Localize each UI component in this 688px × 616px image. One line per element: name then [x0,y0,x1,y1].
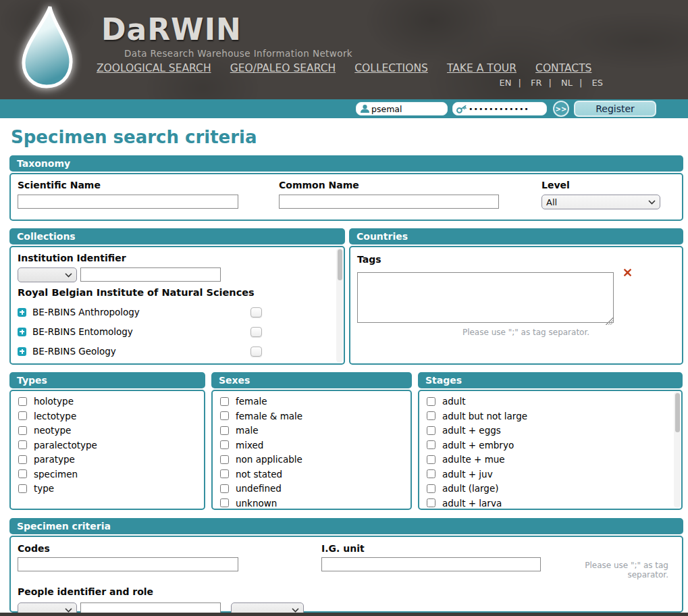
countries-section-header: Countries [349,228,683,245]
common-name-input[interactable] [279,195,499,209]
ig-unit-input[interactable] [321,557,541,571]
list-item: paralectotype [17,440,198,451]
language-separator: | [518,78,521,88]
expand-plus-icon[interactable] [18,347,26,356]
type-checkbox[interactable] [18,397,27,406]
tags-hint: Please use ";" as tag separator. [357,328,614,337]
list-item: adult + larva [425,498,675,509]
type-checkbox[interactable] [18,484,27,493]
collection-checkbox[interactable] [250,327,262,337]
stage-checkbox[interactable] [427,440,435,449]
list-item: adult + eggs [425,425,675,436]
stages-section-header: Stages [418,372,683,388]
username-input[interactable] [371,104,442,114]
collections-section: Collections Institution Identifier Royal… [9,228,345,365]
collection-checkbox[interactable] [250,307,262,317]
type-checkbox[interactable] [18,426,27,435]
institution-code-select[interactable] [18,267,77,282]
codes-input[interactable] [18,557,238,571]
language-option[interactable]: FR| [531,78,558,88]
type-checkbox[interactable] [18,411,27,420]
collections-section-body: Institution Identifier Royal Belgian Ins… [9,246,345,365]
countries-section-body: Tags Please use ";" as tag separator. [349,246,683,365]
register-button[interactable]: Register [574,101,656,117]
stage-checkbox[interactable] [427,484,435,493]
types-section: Types holotype lectotype neot [9,372,205,510]
nav-link[interactable]: CONTACTS [535,62,591,74]
taxonomy-section: Taxonomy Scientific Name Common Name Lev… [9,155,683,221]
list-item: female [219,396,404,407]
sex-checkbox[interactable] [220,484,229,493]
list-item: non applicable [219,454,404,465]
collection-row: BE-RBINS Anthropology [18,307,337,317]
language-option[interactable]: NL| [561,78,589,88]
password-input[interactable] [469,105,539,113]
login-submit-button[interactable]: >> [553,101,569,117]
stages-scrollbar[interactable] [674,392,681,508]
specimen-criteria-body: Codes I.G. unit Please use ";" as tag se… [9,536,683,613]
page-header: DaRWIN Data Research Warehouse Informati… [0,0,688,99]
expand-plus-icon[interactable] [18,308,26,317]
institution-identifier-input[interactable] [80,267,221,282]
list-item: adult [425,396,675,407]
country-tags-textarea[interactable] [357,272,614,323]
page-title: Specimen search criteria [11,127,683,147]
level-select[interactable]: All [541,195,660,209]
key-icon [456,105,467,113]
sex-checkbox[interactable] [220,440,229,449]
language-separator: | [579,78,582,88]
collections-scrollbar[interactable] [336,248,343,363]
collection-checkbox[interactable] [250,346,262,357]
water-drop-icon [15,3,80,92]
nav-link[interactable]: COLLECTIONS [354,62,428,74]
sex-checkbox[interactable] [220,411,229,420]
people-identifier-label: People identifier and role [18,586,153,597]
chevron-down-icon [65,273,72,278]
stage-checkbox[interactable] [427,397,435,406]
type-checkbox[interactable] [18,440,27,449]
list-item: adult but not large [425,411,675,421]
collection-label: BE-RBINS Geology [32,346,116,357]
scientific-name-input[interactable] [18,195,238,209]
app-title: DaRWIN [101,12,352,47]
language-option[interactable]: ES| [592,78,603,88]
darwin-drop-logo[interactable] [15,3,80,92]
expand-plus-icon[interactable] [18,328,26,336]
nav-link[interactable]: GEO/PALEO SEARCH [230,62,336,74]
tags-label: Tags [357,254,381,265]
sexes-section-body: female female & male male mixed [211,390,412,510]
list-item: specimen [17,469,198,480]
sex-checkbox[interactable] [220,426,229,435]
type-checkbox[interactable] [18,455,27,464]
institution-identifier-label: Institution Identifier [18,253,126,263]
type-checkbox[interactable] [18,469,27,478]
scientific-name-label: Scientific Name [18,180,279,190]
sex-checkbox[interactable] [220,469,229,478]
chevron-down-icon [292,608,299,613]
sex-checkbox[interactable] [220,498,229,507]
list-item: adult + embryo [425,440,675,451]
stage-checkbox[interactable] [427,426,435,435]
stage-checkbox[interactable] [427,411,435,420]
stage-checkbox[interactable] [427,469,435,478]
list-item: unknown [219,498,404,509]
specimen-criteria-header: Specimen criteria [9,518,683,534]
language-switcher: EN| FR| NL| ES| [500,78,604,88]
list-item: adulte + mue [425,454,675,465]
stage-checkbox[interactable] [427,455,435,464]
login-bar: >> Register [0,99,688,118]
collections-section-header: Collections [9,228,345,245]
level-label: Level [541,180,660,190]
remove-tags-icon[interactable] [623,267,632,280]
list-item: paratype [17,454,198,465]
types-section-header: Types [9,372,205,388]
nav-link[interactable]: TAKE A TOUR [447,62,517,74]
language-option[interactable]: EN| [500,78,528,88]
nav-link[interactable]: ZOOLOGICAL SEARCH [97,62,211,74]
stage-checkbox[interactable] [427,498,435,507]
taxonomy-section-header: Taxonomy [9,155,683,172]
list-item: adult + juv [425,469,675,480]
sex-checkbox[interactable] [220,397,229,406]
sex-checkbox[interactable] [220,455,229,464]
bottom-bar [0,613,688,616]
